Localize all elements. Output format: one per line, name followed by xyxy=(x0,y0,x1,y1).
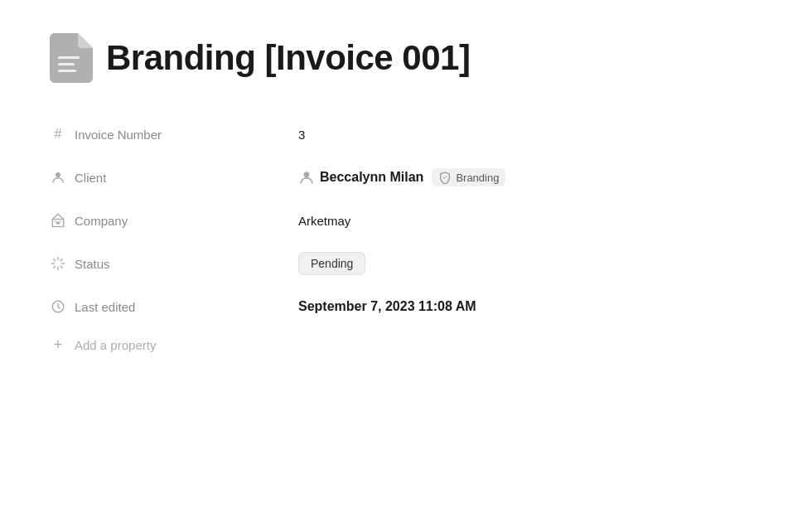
building-icon xyxy=(50,212,66,229)
property-company[interactable]: Company Arketmay xyxy=(50,199,762,242)
properties-list: # Invoice Number 3 Client xyxy=(50,113,762,361)
client-name[interactable]: Beccalynn Milan xyxy=(298,169,423,186)
property-last-edited[interactable]: Last edited September 7, 2023 11:08 AM xyxy=(50,285,762,328)
last-edited-value: September 7, 2023 11:08 AM xyxy=(298,299,762,314)
page-header: Branding [Invoice 001] xyxy=(50,33,762,83)
plus-icon: + xyxy=(50,336,66,353)
svg-rect-8 xyxy=(55,220,56,222)
invoice-number-label: # Invoice Number xyxy=(50,126,298,143)
property-invoice-number[interactable]: # Invoice Number 3 xyxy=(50,113,762,156)
svg-rect-9 xyxy=(60,220,62,222)
svg-rect-0 xyxy=(58,56,80,59)
last-edited-label: Last edited xyxy=(50,298,298,315)
clock-icon xyxy=(50,298,66,315)
hash-icon: # xyxy=(50,126,66,143)
client-label: Client xyxy=(50,169,298,186)
add-property-button[interactable]: + Add a property xyxy=(50,328,762,361)
page-title: Branding [Invoice 001] xyxy=(106,38,470,78)
svg-point-3 xyxy=(56,172,60,177)
svg-rect-6 xyxy=(56,222,58,225)
property-status[interactable]: Status Pending xyxy=(50,242,762,285)
sparkle-icon xyxy=(50,255,66,272)
company-value: Arketmay xyxy=(298,214,762,228)
person-icon xyxy=(50,169,66,186)
invoice-number-value: 3 xyxy=(298,128,762,142)
svg-rect-1 xyxy=(58,63,75,65)
document-icon xyxy=(50,33,93,83)
status-value[interactable]: Pending xyxy=(298,252,762,275)
branding-tag[interactable]: Branding xyxy=(432,168,505,186)
company-label: Company xyxy=(50,212,298,229)
svg-rect-2 xyxy=(58,70,76,72)
client-value: Beccalynn Milan Branding xyxy=(298,168,762,186)
status-label: Status xyxy=(50,255,298,272)
property-client[interactable]: Client Beccalynn Milan Branding xyxy=(50,156,762,199)
svg-rect-7 xyxy=(58,222,60,225)
status-badge[interactable]: Pending xyxy=(298,252,365,275)
svg-point-4 xyxy=(304,172,310,177)
